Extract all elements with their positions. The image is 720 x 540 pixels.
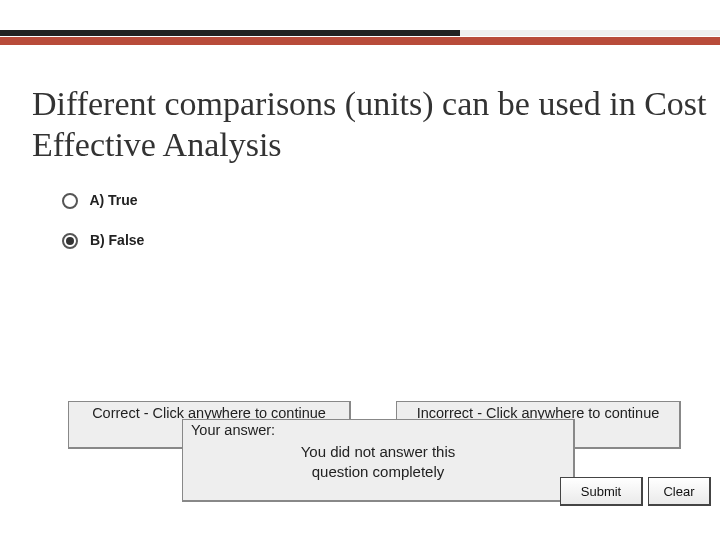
header-stripe-black xyxy=(0,30,460,36)
submit-button-label: Submit xyxy=(581,484,621,499)
header-stripe-black-gap xyxy=(460,30,720,36)
clear-button[interactable]: Clear xyxy=(648,477,711,506)
submit-button[interactable]: Submit xyxy=(560,477,643,506)
question-title-text: Different comparisons (units) can be use… xyxy=(32,85,707,163)
radio-icon[interactable] xyxy=(62,193,78,209)
feedback-incomplete-msg: You did not answer this question complet… xyxy=(183,442,573,481)
option-a-label: A) True xyxy=(89,192,137,208)
option-b-label: B) False xyxy=(90,232,144,248)
header-stripe-red xyxy=(0,37,720,45)
slide: Different comparisons (units) can be use… xyxy=(0,0,720,540)
option-a[interactable]: A) True xyxy=(62,192,138,209)
feedback-incomplete-header: Your answer: xyxy=(183,420,573,442)
feedback-incomplete[interactable]: Your answer: You did not answer this que… xyxy=(182,419,575,502)
clear-button-label: Clear xyxy=(663,484,694,499)
radio-icon[interactable] xyxy=(62,233,78,249)
option-b[interactable]: B) False xyxy=(62,232,144,249)
question-title: Different comparisons (units) can be use… xyxy=(32,84,720,166)
